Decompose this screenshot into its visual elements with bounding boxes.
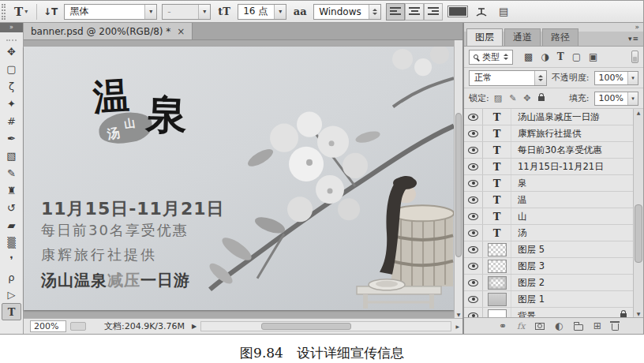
lock-pixels-icon[interactable]: ✎ [509,93,516,103]
layer-visibility-toggle[interactable] [464,308,483,317]
dodge-tool[interactable]: ρ [0,268,23,286]
align-right-button[interactable] [424,3,443,21]
fill-field[interactable]: 100% ▾ [594,92,638,106]
path-selection-tool[interactable]: ▷ [0,286,23,303]
move-tool[interactable]: ✥ [0,43,23,60]
layer-row[interactable]: 图层 1 [464,291,633,308]
scroll-up-arrow-icon[interactable]: ▲ [634,110,643,115]
panels-toggle-button[interactable]: ▤ [495,3,512,21]
updown-arrows-icon[interactable] [534,71,546,85]
panel-menu-icon[interactable]: ▾≡ [628,35,639,43]
layer-row[interactable]: 图层 5 [464,241,633,258]
blend-mode-select[interactable]: 正常 [469,70,547,86]
close-icon[interactable]: × [177,26,185,37]
chevron-down-icon[interactable]: ▾ [627,72,638,84]
new-group-icon[interactable] [574,322,583,331]
layer-row[interactable]: T每日前30名享受优惠 [464,142,633,159]
layer-row[interactable]: 图层 2 [464,275,633,291]
horizontal-scrollbar-thumb[interactable] [261,323,351,330]
layer-style-fx-icon[interactable]: fx [517,321,525,331]
layer-visibility-toggle[interactable] [464,109,483,125]
filter-type-layers-icon[interactable]: T [557,51,564,62]
font-size-select[interactable]: 16 点 ▾ [238,4,286,20]
chevron-down-icon[interactable]: ▾ [627,92,638,105]
layer-row[interactable]: T泉 [464,175,633,192]
scroll-down-arrow-icon[interactable]: ▼ [634,311,643,316]
layers-scrollbar[interactable]: ▲ ▼ [633,109,643,317]
layer-row[interactable]: T11月15日-11月21日 [464,159,633,175]
history-brush-tool[interactable]: ↺ [0,199,23,216]
layer-row[interactable]: T温 [464,192,633,208]
layer-visibility-toggle[interactable] [464,159,483,174]
layer-visibility-toggle[interactable] [464,142,483,158]
lock-position-icon[interactable]: ✥ [523,93,530,103]
status-options-arrow-icon[interactable]: ▶ [192,323,197,330]
align-left-button[interactable] [386,3,405,21]
panel-tab-图层[interactable]: 图层 [466,28,503,46]
link-layers-icon[interactable]: ⚭ [499,320,507,331]
vertical-scrollbar-thumb[interactable] [455,113,462,257]
layer-row[interactable]: T汤 [464,225,633,241]
layer-visibility-toggle[interactable] [464,175,483,191]
lock-transparency-icon[interactable]: ▨ [494,93,502,103]
type-tool[interactable]: T [2,303,21,320]
filter-shape-layers-icon[interactable]: ▢ [572,51,581,62]
layers-scrollbar-thumb[interactable] [635,204,642,263]
horizontal-scrollbar[interactable] [200,321,451,331]
adjustment-layer-icon[interactable]: ◐ [555,320,563,331]
lasso-tool[interactable]: ζ [0,77,23,95]
layer-row[interactable]: T康辉旅行社提供 [464,125,633,142]
tools-panel-grip[interactable] [6,34,17,41]
anti-alias-select[interactable]: Windows [313,4,381,20]
panel-tab-路径[interactable]: 路径 [542,28,578,46]
chevron-down-icon[interactable]: ▾ [144,5,156,19]
vertical-scrollbar[interactable]: ▼ [454,40,462,318]
scroll-down-arrow-icon[interactable]: ▼ [455,312,462,317]
chevron-down-icon[interactable]: ▾ [274,5,286,19]
tools-collapse-chevrons[interactable]: » [0,23,23,32]
scroll-right-arrow-icon[interactable]: ▶ [455,324,459,329]
clone-stamp-tool[interactable]: ♜ [0,182,23,199]
layer-visibility-toggle[interactable] [464,192,483,208]
layer-visibility-toggle[interactable] [464,275,483,290]
crop-tool[interactable]: # [0,112,23,129]
filter-pixel-layers-icon[interactable]: ▩ [524,51,533,62]
filter-kind-select[interactable]: 类型 [469,50,513,65]
filter-switch-toggle[interactable] [631,51,638,63]
delete-layer-icon[interactable] [612,321,619,331]
eyedropper-tool[interactable]: ✒ [0,129,23,147]
layer-mask-icon[interactable] [535,323,545,330]
updown-arrows-icon[interactable] [369,5,380,19]
layer-visibility-toggle[interactable] [464,291,483,307]
layer-row[interactable]: T汤山温泉减压一日游 [464,109,633,125]
layer-row[interactable]: T山 [464,208,633,225]
layer-row[interactable]: 背景 [464,308,633,317]
align-center-button[interactable] [405,3,424,21]
options-bar-grip[interactable] [2,4,6,20]
text-color-swatch[interactable] [447,6,468,17]
lock-all-icon[interactable] [538,96,545,101]
blur-tool[interactable]: ❜ [0,251,23,268]
tool-preset-picker[interactable]: T ▾ [10,3,32,21]
layer-visibility-toggle[interactable] [464,208,483,224]
filter-smart-objects-icon[interactable]: ▣ [589,51,597,62]
gradient-tool[interactable]: ▒ [0,234,23,251]
text-orientation-button[interactable]: ↓T [42,3,59,21]
layer-visibility-toggle[interactable] [464,258,483,274]
healing-brush-tool[interactable]: ▧ [0,147,23,164]
font-family-select[interactable]: 黑体 ▾ [64,4,157,20]
layer-visibility-toggle[interactable] [464,241,483,257]
eraser-tool[interactable]: ▰ [0,216,23,234]
zoom-level-field[interactable]: 200% [30,320,66,332]
new-layer-icon[interactable]: ⊞ [593,320,601,331]
warp-text-button[interactable] [473,3,490,21]
quick-selection-tool[interactable]: ✦ [0,95,23,112]
layer-row[interactable]: 图层 3 [464,258,633,275]
brush-tool[interactable]: ✎ [0,164,23,182]
canvas[interactable]: 汤 山 温 泉 11月15日-11月21日 每日前30名享受优惠 康辉旅行社提供… [24,47,454,310]
layer-visibility-toggle[interactable] [464,225,483,241]
marquee-tool[interactable]: ▢ [0,60,23,77]
layer-visibility-toggle[interactable] [464,125,483,141]
opacity-field[interactable]: 100% ▾ [594,71,638,85]
panel-tab-通道[interactable]: 通道 [504,28,541,46]
